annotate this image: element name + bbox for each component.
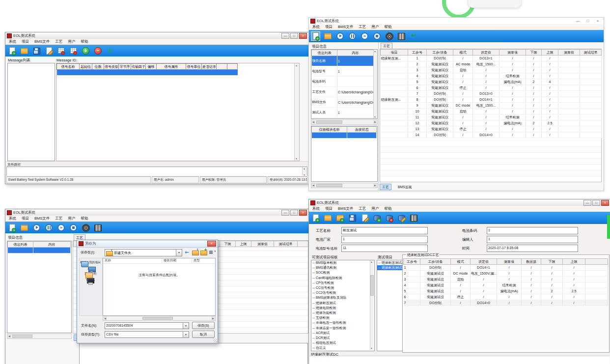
- info-row[interactable]: 工艺文件C:\Users\lichangjiang\Desktop\: [312, 87, 374, 97]
- horizontal-scrollbar[interactable]: ◀: [7, 334, 72, 339]
- title-bar[interactable]: EOL测试系统 — □ ×: [309, 18, 604, 25]
- remove-icon[interactable]: [94, 47, 102, 55]
- open-folder-icon[interactable]: [20, 224, 28, 232]
- new-file-icon[interactable]: [8, 224, 16, 232]
- column-header[interactable]: 信号类型: [104, 64, 119, 70]
- column-header[interactable]: 测试结果: [274, 241, 298, 247]
- save-as-icon[interactable]: [360, 214, 369, 222]
- menu-item[interactable]: 帮助: [81, 39, 88, 44]
- time-input[interactable]: 2020-07-17 8:35:08: [487, 245, 578, 252]
- column-header[interactable]: 设定值: [473, 50, 499, 56]
- info-row[interactable]: BMS文件C:\Users\lichangjiang\Desktop\: [312, 97, 374, 108]
- column-header[interactable]: 内容: [337, 50, 374, 56]
- close-button[interactable]: ×: [593, 19, 602, 24]
- process-name-input[interactable]: 耐压测试: [341, 227, 428, 234]
- template-item[interactable]: Can终端电阻检测: [311, 276, 374, 280]
- new-file-icon[interactable]: [8, 47, 16, 55]
- battery-vendor-input[interactable]: 1: [341, 236, 428, 243]
- menu-item[interactable]: BMS文件: [34, 216, 50, 221]
- column-header[interactable]: 偏移: [146, 64, 157, 70]
- title-bar[interactable]: EOL测试系统 — □ ×: [5, 32, 308, 39]
- maximize-button[interactable]: □: [290, 33, 298, 39]
- db-remove-icon[interactable]: [385, 214, 393, 222]
- info-row[interactable]: 测试人员1: [312, 108, 374, 118]
- db-add-icon[interactable]: [373, 214, 381, 222]
- column-header[interactable]: 测量项: [499, 50, 526, 56]
- column-header[interactable]: 上限: [542, 50, 558, 56]
- template-item[interactable]: 自定义: [311, 345, 374, 350]
- column-header[interactable]: 信号属性: [157, 64, 186, 70]
- add-folder-icon[interactable]: [336, 214, 344, 222]
- template-item[interactable]: SOC检测: [311, 270, 374, 275]
- horizontal-scrollbar[interactable]: ◀▶: [103, 316, 216, 321]
- column-header[interactable]: 测试结果: [580, 50, 602, 56]
- col-type[interactable]: 类型: [192, 258, 215, 263]
- info-selected-row[interactable]: [8, 248, 71, 253]
- menu-item[interactable]: 项目: [325, 25, 333, 29]
- close-button[interactable]: ×: [601, 200, 609, 206]
- export-table2-icon[interactable]: [69, 47, 78, 55]
- menu-item[interactable]: 项目: [22, 39, 29, 44]
- new-file-icon[interactable]: [311, 32, 320, 40]
- template-item[interactable]: DCR测试: [311, 336, 374, 340]
- column-header[interactable]: 起始位: [80, 64, 92, 70]
- new-file-icon[interactable]: [311, 214, 320, 222]
- menu-item[interactable]: 帮助: [384, 206, 391, 211]
- process-row[interactable]: 6安规测试仪停止/////: [404, 294, 608, 300]
- template-item[interactable]: 绝缘功能检测: [311, 310, 374, 315]
- column-header[interactable]: 下限: [220, 241, 236, 247]
- bottom-tab-bms[interactable]: BMS监视: [395, 184, 414, 190]
- filetype-select[interactable]: CSV file ▼: [105, 331, 189, 338]
- export-table-icon[interactable]: [57, 47, 65, 55]
- process-row[interactable]: 绝缘耐压测...8DO控制/DO14=1///: [381, 97, 602, 103]
- db-edit-icon[interactable]: [397, 214, 406, 222]
- filename-input[interactable]: 20200708145504 ▼: [105, 322, 189, 329]
- play-icon[interactable]: [336, 32, 344, 40]
- column-header[interactable]: [585, 259, 608, 265]
- column-header[interactable]: 位数: [92, 64, 104, 70]
- column-header[interactable]: [298, 241, 308, 247]
- open-folder-icon[interactable]: [20, 47, 28, 55]
- template-item[interactable]: 单体电压一致性检测: [311, 320, 374, 325]
- disc-icon[interactable]: [82, 224, 90, 232]
- template-item[interactable]: BMS通讯检测: [311, 265, 374, 270]
- close-button[interactable]: ×: [299, 210, 307, 216]
- minimize-button[interactable]: —: [281, 210, 289, 216]
- process-row[interactable]: 9安规测试仪DC mode电压_1500...///: [381, 103, 602, 109]
- column-header[interactable]: 信号名称: [57, 64, 80, 70]
- menu-item[interactable]: 工艺: [359, 25, 366, 29]
- save-in-combo[interactable]: 新建文件夹 ▼: [105, 249, 182, 256]
- play-icon[interactable]: [32, 224, 41, 232]
- bottom-tab-process[interactable]: 工艺: [380, 184, 391, 190]
- template-item[interactable]: 互锁检测: [311, 315, 374, 320]
- info-row[interactable]: 电池型号1: [312, 66, 374, 77]
- title-bar[interactable]: EOL测试系统 — □ ×: [5, 209, 308, 216]
- save-icon[interactable]: [348, 214, 357, 222]
- column-header[interactable]: 是否记录: [202, 64, 217, 70]
- column-header[interactable]: 上限: [563, 259, 585, 265]
- stop-icon[interactable]: [69, 224, 78, 232]
- column-header[interactable]: [227, 64, 238, 70]
- menu-item[interactable]: BMS文件: [338, 25, 353, 29]
- info-row[interactable]: 电池条码: [312, 77, 374, 87]
- menu-item[interactable]: 帮助: [81, 216, 88, 221]
- dropdown-arrow-icon[interactable]: ▼: [183, 332, 189, 337]
- horizontal-scrollbar[interactable]: ◀▶: [311, 119, 378, 125]
- editor-input[interactable]: 1: [487, 236, 578, 243]
- place-computer[interactable]: 计算机: [80, 278, 101, 281]
- vertical-scrollbar[interactable]: ▲▼: [370, 260, 374, 350]
- template-item[interactable]: BMS故障读取及清除: [311, 295, 374, 300]
- column-header[interactable]: 工步/设备: [427, 50, 453, 56]
- column-header[interactable]: 模式: [451, 259, 471, 265]
- log-textarea[interactable]: [79, 343, 308, 364]
- process-row[interactable]: 10安规测试仪启动////: [381, 109, 602, 114]
- close-button[interactable]: ×: [207, 241, 216, 247]
- save-icon[interactable]: [32, 47, 41, 55]
- maximize-button[interactable]: □: [583, 19, 592, 24]
- message-listbox[interactable]: [7, 63, 55, 161]
- menu-item[interactable]: 帮助: [384, 25, 391, 29]
- process-row[interactable]: 11安规测试仪//结果检测//: [381, 114, 602, 120]
- battery-model-input[interactable]: 11: [341, 245, 428, 252]
- views-icon[interactable]: [208, 249, 216, 255]
- menu-item[interactable]: 用户: [68, 216, 75, 221]
